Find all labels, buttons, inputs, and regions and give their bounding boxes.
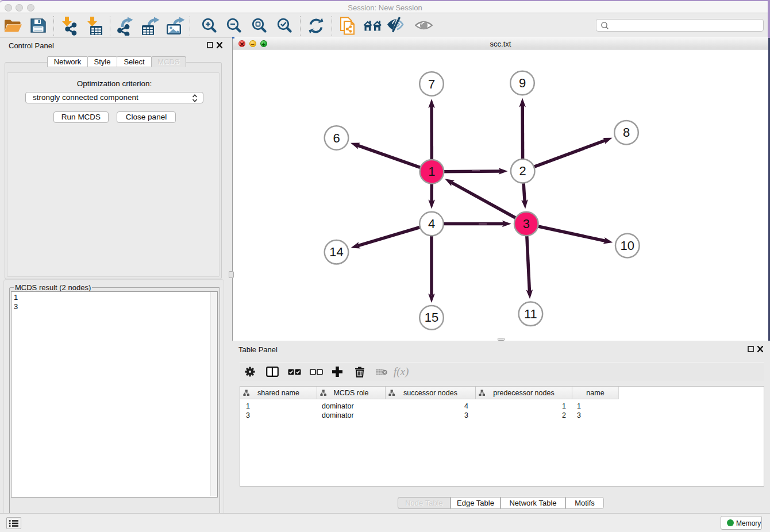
svg-text:8: 8 (623, 125, 630, 140)
svg-text:2: 2 (519, 164, 526, 178)
svg-text:7: 7 (428, 77, 435, 91)
svg-text:9: 9 (519, 76, 526, 90)
svg-text:6: 6 (333, 131, 340, 145)
svg-text:10: 10 (621, 238, 634, 253)
svg-text:14: 14 (329, 245, 343, 259)
svg-text:11: 11 (524, 307, 537, 321)
svg-text:1: 1 (428, 164, 435, 179)
svg-text:15: 15 (425, 310, 438, 325)
svg-text:4: 4 (428, 217, 435, 231)
svg-text:3: 3 (523, 217, 530, 231)
